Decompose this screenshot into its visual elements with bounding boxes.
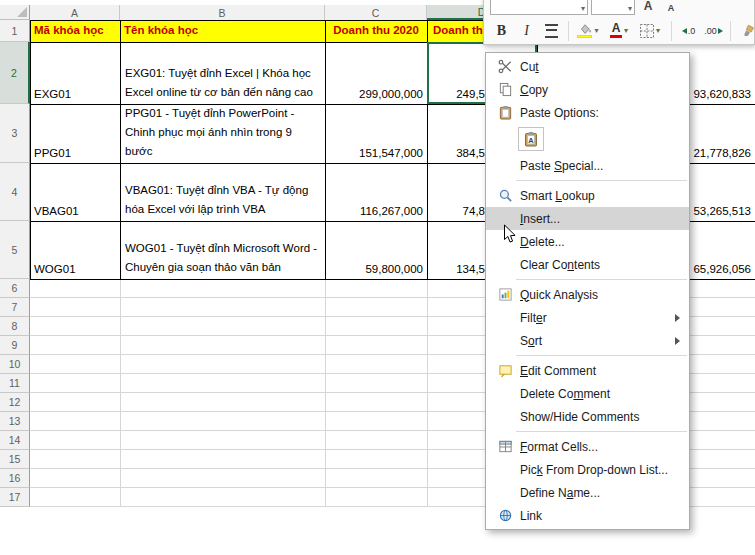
menu-item-format-cells[interactable]: Format Cells... bbox=[486, 435, 689, 458]
borders-button[interactable]: ▾ bbox=[636, 20, 666, 42]
cell-A4[interactable]: VBAG01 bbox=[30, 163, 120, 221]
menu-item-label: Paste Special... bbox=[520, 159, 603, 173]
menu-item-label: Delete... bbox=[520, 235, 565, 249]
menu-item-delete-comment[interactable]: Delete Comment bbox=[486, 382, 689, 405]
cell-C5[interactable]: 59,800,000 bbox=[325, 221, 427, 279]
menu-item-label: Insert... bbox=[520, 212, 560, 226]
row-header-6[interactable]: 6 bbox=[0, 279, 30, 298]
menu-item-label: Define Name... bbox=[520, 486, 600, 500]
menu-item-quick-analysis[interactable]: Quick Analysis bbox=[486, 283, 689, 306]
cell-D4[interactable]: 74,8 bbox=[429, 163, 485, 221]
submenu-arrow-icon bbox=[675, 314, 680, 322]
row-header-11[interactable]: 11 bbox=[0, 374, 30, 393]
cell-A2[interactable]: EXG01 bbox=[30, 42, 120, 104]
increase-decimal-button[interactable]: .0 bbox=[677, 20, 700, 42]
menu-item-show-hide-comments[interactable]: Show/Hide Comments bbox=[486, 405, 689, 428]
menu-item-copy[interactable]: Copy bbox=[486, 78, 689, 101]
font-name-combo[interactable]: ▾ bbox=[490, 0, 588, 15]
toolbar-divider bbox=[730, 21, 731, 41]
row-header-16[interactable]: 16 bbox=[0, 469, 30, 488]
increase-font-size-button[interactable]: A bbox=[638, 0, 658, 15]
menu-item-smart-lookup[interactable]: Smart Lookup bbox=[486, 184, 689, 207]
cell-D3[interactable]: 384,5 bbox=[429, 104, 485, 163]
cell-B5[interactable]: WOG01 - Tuyệt đỉnh Microsoft Word - Chuy… bbox=[120, 221, 325, 279]
decrease-font-size-button[interactable]: A bbox=[661, 0, 681, 15]
cell-C4[interactable]: 116,267,000 bbox=[325, 163, 427, 221]
align-center-button[interactable] bbox=[540, 20, 563, 42]
fill-color-button[interactable]: ▾ bbox=[574, 20, 604, 42]
cell-B4[interactable]: VBAG01: Tuyệt đỉnh VBA - Tự động hóa Exc… bbox=[120, 163, 325, 221]
magnifier-icon bbox=[494, 188, 516, 203]
menu-item-label: Link bbox=[520, 509, 542, 523]
decrease-decimal-button[interactable]: .00 bbox=[702, 20, 725, 42]
row-header-12[interactable]: 12 bbox=[0, 393, 30, 412]
cell-B2[interactable]: EXG01: Tuyệt đỉnh Excel | Khóa học Excel… bbox=[120, 42, 325, 104]
menu-item-pick-from-drop-down-list[interactable]: Pick From Drop-down List... bbox=[486, 458, 689, 481]
format-painter-button[interactable] bbox=[736, 20, 755, 42]
increase-decimal-icon bbox=[682, 28, 687, 34]
menu-item-link[interactable]: Link bbox=[486, 504, 689, 527]
cell-C3[interactable]: 151,547,000 bbox=[325, 104, 427, 163]
select-all-corner[interactable] bbox=[0, 5, 30, 20]
menu-separator bbox=[516, 180, 687, 181]
chevron-down-icon: ▾ bbox=[624, 26, 628, 35]
row-header-7[interactable]: 7 bbox=[0, 298, 30, 317]
row-header-13[interactable]: 13 bbox=[0, 412, 30, 431]
cell-B3[interactable]: PPG01 - Tuyệt đỉnh PowerPoint - Chinh ph… bbox=[120, 104, 325, 163]
italic-button[interactable]: I bbox=[515, 20, 538, 42]
menu-item-label: Smart Lookup bbox=[520, 189, 595, 203]
cell-C2[interactable]: 299,000,000 bbox=[325, 42, 427, 104]
column-header-c[interactable]: C bbox=[325, 5, 427, 20]
cell-D5[interactable]: 134,5 bbox=[429, 221, 485, 279]
row-header-8[interactable]: 8 bbox=[0, 317, 30, 336]
table-border bbox=[325, 20, 326, 279]
cell-C1[interactable]: Doanh thu 2020 bbox=[325, 20, 427, 42]
cell-A5[interactable]: WOG01 bbox=[30, 221, 120, 279]
menu-item-sort[interactable]: Sort bbox=[486, 329, 689, 352]
row-header-15[interactable]: 15 bbox=[0, 450, 30, 469]
menu-item-filter[interactable]: Filter bbox=[486, 306, 689, 329]
row-header-9[interactable]: 9 bbox=[0, 336, 30, 355]
gridline bbox=[120, 279, 121, 507]
menu-item-label: Filter bbox=[520, 311, 547, 325]
cell-B1[interactable]: Tên khóa học bbox=[120, 20, 325, 42]
mini-toolbar-row-1: ▾ ▾ A A bbox=[490, 0, 681, 15]
menu-item-label: Copy bbox=[520, 83, 548, 97]
row-header-17[interactable]: 17 bbox=[0, 488, 30, 507]
toolbar-divider bbox=[671, 21, 672, 41]
menu-item-label: Pick From Drop-down List... bbox=[520, 463, 668, 477]
row-header-3[interactable]: 3 bbox=[0, 104, 30, 163]
menu-item-define-name[interactable]: Define Name... bbox=[486, 481, 689, 504]
column-header-b[interactable]: B bbox=[120, 5, 325, 20]
grow-font-icon: A bbox=[644, 0, 653, 13]
copy-icon bbox=[494, 82, 516, 97]
row-header-4[interactable]: 4 bbox=[0, 163, 30, 221]
mini-toolbar-row-2: B I ▾ A ▾ ▾ .0 .00 bbox=[490, 19, 755, 42]
menu-item-label: Quick Analysis bbox=[520, 288, 598, 302]
menu-item-edit-comment[interactable]: Edit Comment bbox=[486, 359, 689, 382]
fill-color-icon bbox=[577, 23, 592, 38]
menu-item-label: Cut bbox=[520, 60, 539, 74]
menu-item-cut[interactable]: Cut bbox=[486, 55, 689, 78]
row-header-2[interactable]: 2 bbox=[0, 42, 30, 104]
paste-keep-source-formatting-button[interactable]: A bbox=[518, 127, 544, 151]
chevron-down-icon: ▾ bbox=[594, 26, 598, 35]
row-header-10[interactable]: 10 bbox=[0, 355, 30, 374]
font-color-button[interactable]: A ▾ bbox=[606, 20, 634, 42]
menu-item-label: Edit Comment bbox=[520, 364, 596, 378]
column-header-a[interactable]: A bbox=[30, 5, 120, 20]
row-header-1[interactable]: 1 bbox=[0, 20, 30, 42]
align-center-icon bbox=[545, 24, 558, 38]
scissors-icon bbox=[494, 59, 516, 74]
bold-button[interactable]: B bbox=[490, 20, 513, 42]
clipboard-icon bbox=[494, 105, 516, 120]
cell-A1[interactable]: Mã khóa học bbox=[30, 20, 120, 42]
bold-icon: B bbox=[497, 23, 506, 39]
row-header-5[interactable]: 5 bbox=[0, 221, 30, 279]
menu-item-clear-contents[interactable]: Clear Contents bbox=[486, 253, 689, 276]
cell-A3[interactable]: PPG01 bbox=[30, 104, 120, 163]
menu-label-paste-options: Paste Options: bbox=[486, 101, 689, 124]
font-size-combo[interactable]: ▾ bbox=[591, 0, 635, 15]
menu-item-paste-special[interactable]: Paste Special... bbox=[486, 154, 689, 177]
row-header-14[interactable]: 14 bbox=[0, 431, 30, 450]
